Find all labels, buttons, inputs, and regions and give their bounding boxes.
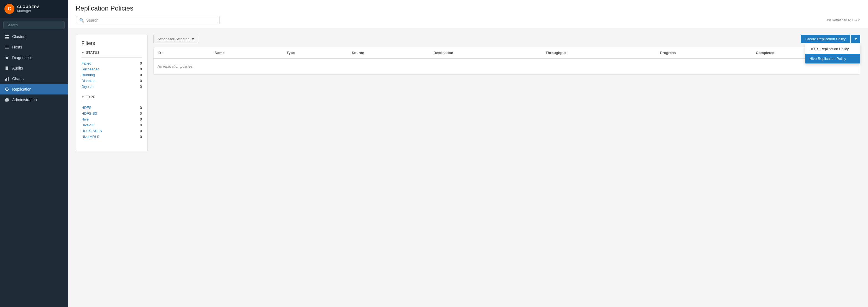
sidebar-search-input[interactable] (3, 21, 65, 29)
brand-name: CLOUDERA (17, 5, 40, 9)
actions-caret-icon: ▼ (191, 37, 195, 41)
filter-item[interactable]: HDFS 0 (82, 105, 142, 111)
create-policy-caret-button[interactable]: ▼ (851, 35, 860, 43)
svg-rect-6 (5, 48, 9, 49)
col-progress[interactable]: Progress (656, 48, 752, 58)
sidebar-item-diagnostics[interactable]: Diagnostics (0, 52, 68, 63)
col-source[interactable]: Source (348, 48, 430, 58)
filter-item[interactable]: Failed 0 (82, 60, 142, 66)
content-area: Filters ▼STATUS Failed 0 Succeeded 0 Run… (68, 28, 868, 307)
diagnostics-icon (4, 55, 9, 60)
policy-dropdown-item[interactable]: Hive Replication Policy (805, 54, 860, 63)
filter-link[interactable]: HDFS (82, 105, 91, 110)
filter-divider (82, 102, 142, 102)
filter-count: 0 (140, 73, 142, 77)
filter-divider (82, 57, 142, 58)
actions-for-selected-button[interactable]: Actions for Selected ▼ (153, 35, 199, 43)
cloudera-logo: C (4, 4, 14, 14)
hosts-icon (4, 44, 9, 50)
policies-toolbar: Actions for Selected ▼ Create Replicatio… (153, 35, 860, 43)
sort-icon: ↑ (162, 51, 164, 55)
chevron-icon: ▼ (82, 51, 84, 54)
filter-section-header-status[interactable]: ▼STATUS (82, 51, 142, 55)
filter-item[interactable]: Running 0 (82, 72, 142, 78)
chevron-icon: ▼ (82, 96, 84, 99)
brand-subtitle: Manager (17, 9, 40, 13)
sidebar-item-label: Audits (12, 66, 23, 70)
sidebar-item-label: Diagnostics (12, 55, 32, 60)
sidebar-header: C CLOUDERA Manager (0, 0, 68, 18)
filter-item[interactable]: Hive-S3 0 (82, 122, 142, 128)
filter-item[interactable]: Disabled 0 (82, 78, 142, 84)
create-policy-group: Create Replication Policy ▼ HDFS Replica… (801, 35, 860, 43)
filter-item[interactable]: Hive 0 (82, 116, 142, 122)
filters-panel: Filters ▼STATUS Failed 0 Succeeded 0 Run… (76, 35, 148, 151)
col-name[interactable]: Name (211, 48, 283, 58)
sidebar-item-replication[interactable]: Replication (0, 84, 68, 94)
administration-icon (4, 97, 9, 102)
filter-section-label: STATUS (86, 51, 99, 55)
filter-item[interactable]: Succeeded 0 (82, 66, 142, 72)
policy-dropdown-item[interactable]: HDFS Replication Policy (805, 44, 860, 54)
filter-section-header-type[interactable]: ▼TYPE (82, 95, 142, 99)
filter-link[interactable]: Hive-S3 (82, 123, 94, 127)
sidebar-item-label: Administration (12, 97, 37, 102)
brand-title: CLOUDERA Manager (17, 5, 40, 13)
sidebar-item-audits[interactable]: Audits (0, 63, 68, 73)
filter-item[interactable]: HDFS-ADLS 0 (82, 128, 142, 134)
filters-title: Filters (82, 40, 142, 46)
no-data-row: No replication policies. (154, 58, 860, 74)
filter-item[interactable]: Hive-ADLS 0 (82, 134, 142, 140)
filter-count: 0 (140, 123, 142, 127)
sidebar-item-label: Replication (12, 87, 31, 91)
filter-item[interactable]: Dry-run 0 (82, 84, 142, 90)
policies-table: ID↑NameTypeSourceDestinationThroughputPr… (154, 48, 860, 74)
table-body: No replication policies. (154, 58, 860, 74)
filter-link[interactable]: HDFS-S3 (82, 112, 97, 116)
clusters-icon (4, 34, 9, 39)
filter-link[interactable]: Hive (82, 117, 89, 121)
svg-rect-8 (6, 78, 7, 81)
filter-section-type: ▼TYPE HDFS 0 HDFS-S3 0 Hive 0 Hive-S3 0 … (82, 95, 142, 140)
filter-section-status: ▼STATUS Failed 0 Succeeded 0 Running 0 D… (82, 51, 142, 90)
sidebar-item-clusters[interactable]: Clusters (0, 31, 68, 42)
page-title: Replication Policies (76, 4, 860, 12)
svg-rect-3 (7, 37, 9, 38)
col-type[interactable]: Type (283, 48, 348, 58)
policies-table-wrap: ID↑NameTypeSourceDestinationThroughputPr… (153, 47, 860, 74)
no-data-message: No replication policies. (154, 58, 860, 74)
filter-link[interactable]: Succeeded (82, 67, 99, 71)
filter-link[interactable]: Dry-run (82, 85, 93, 89)
sidebar-search-wrap (0, 18, 68, 31)
col-id-label: ID (157, 51, 161, 55)
svg-rect-9 (8, 77, 8, 81)
filter-item[interactable]: HDFS-S3 0 (82, 111, 142, 116)
col-id[interactable]: ID↑ (154, 48, 211, 58)
filter-link[interactable]: Running (82, 73, 95, 77)
filter-link[interactable]: HDFS-ADLS (82, 129, 102, 133)
create-replication-policy-button[interactable]: Create Replication Policy (801, 35, 850, 43)
sidebar-item-label: Charts (12, 76, 24, 81)
main-search-input[interactable] (86, 18, 216, 23)
actions-label: Actions for Selected (157, 37, 190, 41)
filter-section-label: TYPE (86, 95, 95, 99)
filter-count: 0 (140, 129, 142, 133)
svg-rect-5 (5, 47, 9, 48)
col-destination[interactable]: Destination (430, 48, 541, 58)
replication-icon (4, 87, 9, 92)
sidebar-item-administration[interactable]: Administration (0, 94, 68, 105)
sidebar-item-charts[interactable]: Charts (0, 73, 68, 84)
filter-count: 0 (140, 61, 142, 65)
filter-link[interactable]: Failed (82, 61, 91, 65)
svg-rect-4 (5, 46, 9, 46)
svg-rect-1 (7, 35, 9, 36)
filter-link[interactable]: Disabled (82, 79, 96, 83)
filter-count: 0 (140, 67, 142, 71)
sidebar-item-hosts[interactable]: Hosts (0, 42, 68, 52)
filter-count: 0 (140, 105, 142, 110)
col-throughput[interactable]: Throughput (542, 48, 656, 58)
filter-count: 0 (140, 135, 142, 139)
svg-rect-2 (5, 37, 7, 38)
filter-link[interactable]: Hive-ADLS (82, 135, 99, 139)
filter-count: 0 (140, 85, 142, 89)
